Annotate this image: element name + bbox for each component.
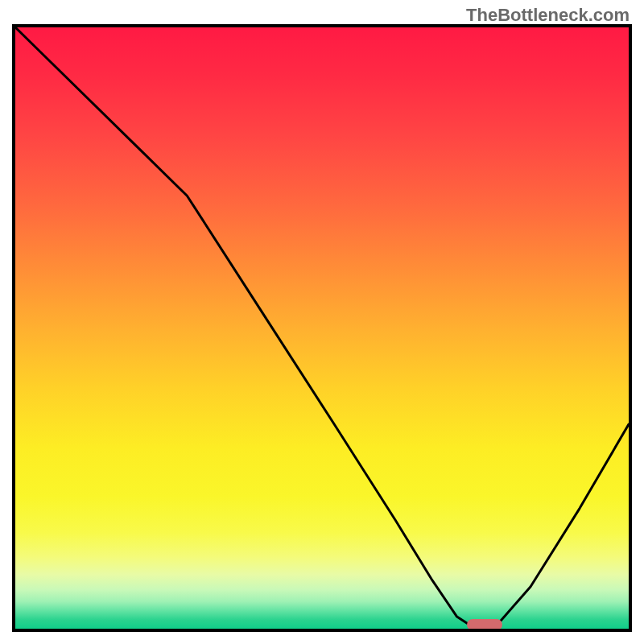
- watermark-text: TheBottleneck.com: [466, 5, 630, 26]
- bottleneck-curve: [15, 27, 629, 629]
- curve-path: [15, 27, 629, 629]
- optimal-marker: [467, 619, 502, 630]
- chart-plot-area: [12, 24, 632, 632]
